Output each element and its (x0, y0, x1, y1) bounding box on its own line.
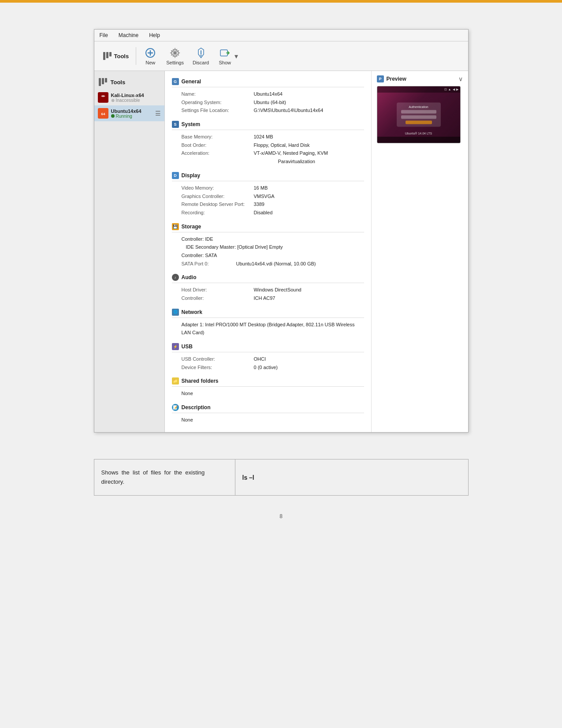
details-panel: G General Name: Ubuntu14x64 Operating Sy… (165, 71, 371, 432)
general-section-header: G General (172, 75, 364, 87)
kali-icon (98, 92, 108, 103)
kali-vm-info: Kali-Linux-x64 ⊗ Inaccessible (111, 93, 161, 103)
system-boot-value: Floppy, Optical, Hard Disk (254, 141, 310, 149)
display-label: Display (182, 172, 201, 179)
virtualbox-window: File Machine Help Tools New (94, 29, 469, 433)
vm-menu-icon[interactable]: ☰ (155, 110, 161, 117)
general-icon: G (172, 78, 179, 85)
tools-bar-1 (103, 52, 105, 60)
preview-os-label: Ubuntu® 14.04 LTS (405, 132, 432, 135)
audio-controller-value: ICH AC97 (254, 294, 275, 302)
show-dropdown-arrow[interactable]: ▾ (234, 52, 238, 60)
preview-login-title: Authentication (401, 105, 436, 108)
preview-password-field (401, 116, 436, 119)
sidebar-vm-kali[interactable]: Kali-Linux-x64 ⊗ Inaccessible (94, 90, 164, 105)
shared-folder-icon: 📁 (172, 377, 179, 385)
usb-content: USB Controller: OHCI Device Filters: 0 (… (172, 355, 364, 375)
sidebar-tools-label: Tools (111, 79, 126, 86)
general-settings-row: Settings File Location: G:\VMS\Ubuntu14\… (182, 106, 364, 115)
usb-controller-row: USB Controller: OHCI (182, 355, 364, 363)
system-label: System (182, 121, 201, 127)
preview-chevron[interactable]: ∨ (458, 75, 463, 82)
audio-content: Host Driver: Windows DirectSound Control… (172, 286, 364, 306)
discard-icon (194, 47, 208, 59)
preview-login-btn (406, 121, 432, 124)
main-content: Tools Kali-Linux-x64 ⊗ Inac (94, 71, 468, 432)
table-command-cell: ls –l (235, 459, 468, 496)
preview-username-field (401, 110, 436, 114)
system-boot-row: Boot Order: Floppy, Optical, Hard Disk (182, 141, 364, 149)
shared-folders-label: Shared folders (182, 378, 219, 384)
tools-bar-3 (109, 52, 112, 56)
general-os-label: Operating System: (182, 98, 252, 107)
table-command-text: ls –l (242, 474, 254, 481)
audio-host-label: Host Driver: (182, 286, 252, 294)
network-section-header: 🌐 Network (172, 306, 364, 318)
menu-help[interactable]: Help (147, 31, 162, 39)
sidebar-bar-3 (105, 78, 107, 82)
usb-label: USB (182, 343, 193, 350)
storage-controller-ide: Controller: IDE (182, 235, 364, 243)
sidebar-tools[interactable]: Tools (94, 75, 164, 90)
general-settings-value: G:\VMS\Ubuntu14\Ubuntu14x64 (254, 106, 324, 115)
shared-folders-content: None (172, 389, 364, 401)
sidebar-bar-1 (99, 78, 101, 86)
preview-screen-border (377, 137, 460, 143)
system-icon: S (172, 121, 179, 128)
sidebar-vm-ubuntu[interactable]: 64 Ubuntu14x64 Running ☰ (94, 105, 164, 121)
network-content: Adapter 1: Intel PRO/1000 MT Desktop (Br… (172, 321, 364, 340)
storage-sata-row: SATA Port 0: Ubuntu14x64.vdi (Normal, 10… (182, 260, 364, 268)
display-rdp-row: Remote Desktop Server Port: 3389 (182, 200, 364, 209)
discard-button[interactable]: Discard (189, 45, 212, 67)
description-content: None (172, 416, 364, 428)
general-name-value: Ubuntu14x64 (254, 90, 283, 98)
menu-machine[interactable]: Machine (117, 31, 140, 39)
display-vram-value: 16 MB (254, 184, 268, 192)
storage-label: Storage (182, 224, 201, 230)
audio-host-row: Host Driver: Windows DirectSound (182, 286, 364, 294)
system-accel-row: Acceleration: VT-x/AMD-V, Nested Paging,… (182, 149, 364, 165)
menu-file[interactable]: File (98, 31, 110, 39)
display-rdp-value: 3389 (254, 200, 264, 209)
usb-filters-row: Device Filters: 0 (0 active) (182, 363, 364, 372)
preview-label: Preview (387, 76, 406, 82)
network-label: Network (182, 309, 202, 315)
settings-button[interactable]: Settings (163, 45, 187, 67)
menu-bar: File Machine Help (94, 30, 468, 41)
usb-icon: ⚡ (172, 343, 179, 350)
storage-section-header: 💾 Storage (172, 220, 364, 232)
ubuntu-vm-info: Ubuntu14x64 Running (111, 108, 153, 119)
tools-section: Tools (100, 50, 133, 62)
new-label: New (145, 60, 155, 65)
show-label: Show (219, 60, 231, 65)
usb-controller-label: USB Controller: (182, 355, 252, 363)
bottom-section: Shows the list of files for the existing… (94, 459, 469, 496)
shared-folders-value: None (182, 389, 364, 398)
usb-section-header: ⚡ USB (172, 340, 364, 352)
preview-title: P Preview (377, 75, 406, 82)
display-gc-label: Graphics Controller: (182, 192, 252, 201)
info-table: Shows the list of files for the existing… (94, 459, 469, 496)
new-icon (143, 47, 157, 59)
svg-text:64: 64 (101, 112, 105, 116)
general-label: General (182, 78, 201, 85)
page-number-text: 8 (279, 513, 283, 519)
taskbar-icon-4: ▶ (456, 88, 458, 91)
show-button[interactable]: Show (214, 45, 235, 67)
general-name-label: Name: (182, 90, 252, 98)
audio-label: Audio (182, 274, 197, 280)
storage-icon: 💾 (172, 223, 179, 230)
display-gc-value: VMSVGA (254, 192, 275, 201)
storage-sata-value: Ubuntu14x64.vdi (Normal, 10.00 GB) (236, 260, 316, 268)
storage-sata-label: SATA Port 0: (182, 260, 234, 268)
audio-icon: ♪ (172, 274, 179, 281)
taskbar-icon-2: ▲ (448, 88, 451, 91)
display-vram-row: Video Memory: 16 MB (182, 184, 364, 192)
tools-icon (103, 52, 112, 60)
sidebar-bar-2 (102, 78, 104, 84)
taskbar-icon-1: ⊡ (444, 88, 447, 91)
page-number: 8 (0, 513, 562, 519)
kali-status-icon: ⊗ (111, 98, 115, 103)
system-memory-value: 1024 MB (254, 133, 273, 141)
new-button[interactable]: New (140, 45, 161, 67)
